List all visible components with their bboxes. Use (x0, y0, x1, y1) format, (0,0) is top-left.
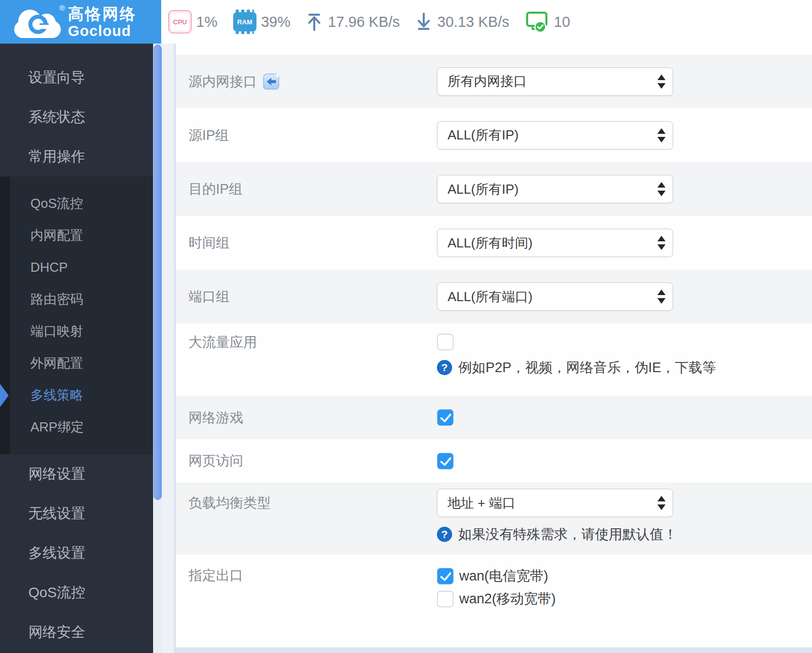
status-bar: CPU 1% RAM 39% 17.96 KB/s 30.13 KB/s 10 (161, 0, 581, 44)
designated-exit-option-1[interactable]: wan2(移动宽带) (437, 590, 556, 608)
select-arrows-icon (657, 289, 666, 304)
time-group-select[interactable]: ALL(所有时间) (437, 229, 673, 257)
online-count-value: 10 (554, 14, 570, 30)
content-gutter (162, 44, 176, 653)
designated-exit-option-0[interactable]: wan(电信宽带) (437, 567, 556, 585)
sidebar-item-top_items-0[interactable]: 设置向导 (0, 58, 153, 97)
port-group-select[interactable]: ALL(所有端口) (437, 282, 673, 311)
sidebar-item-top_items-2[interactable]: 常用操作 (0, 137, 153, 176)
upload-speed-value: 17.96 KB/s (328, 14, 400, 30)
web-access-label: 网页访问 (189, 452, 243, 470)
option-label: wan(电信宽带) (459, 567, 548, 585)
sidebar-subitem-4[interactable]: 端口映射 (10, 315, 153, 347)
src-lan-interface-label: 源内网接口 (189, 72, 257, 91)
sidebar-scrollbar-track[interactable] (153, 44, 162, 653)
brand-text: 高恪网络 Gocloud (68, 5, 137, 40)
select-arrows-icon (657, 496, 666, 510)
select-arrows-icon (657, 236, 666, 250)
sidebar-subitem-7[interactable]: ARP绑定 (10, 411, 153, 443)
form-row-designated-exit: 指定出口wan(电信宽带)wan2(移动宽带) (176, 555, 812, 647)
brand-title-en: Gocloud (68, 23, 137, 40)
cpu-usage-value: 1% (196, 14, 217, 30)
top-bar: ® 高恪网络 Gocloud CPU 1% RAM 39% 17.96 KB/s… (0, 0, 812, 44)
src-lan-interface-select[interactable]: 所有内网接口 (437, 67, 673, 96)
select-value: 地址 + 端口 (448, 494, 515, 512)
sidebar-subitem-2[interactable]: DHCP (10, 251, 153, 283)
select-value: 所有内网接口 (448, 72, 527, 90)
form-row-online-game: 网络游戏 (176, 396, 812, 439)
sidebar-item-top_items-1[interactable]: 系统状态 (0, 97, 153, 137)
load-balance-type-label: 负载均衡类型 (189, 489, 271, 517)
registered-mark: ® (59, 4, 65, 12)
web-access-checkbox-checked[interactable] (437, 453, 454, 469)
select-arrows-icon (657, 182, 666, 196)
heavy-traffic-app-checkbox-unchecked[interactable] (437, 334, 454, 350)
cpu-icon: CPU (168, 10, 192, 33)
dst-ip-group-select[interactable]: ALL(所有IP) (437, 175, 673, 203)
sidebar-subitem-label: 多线策略 (30, 386, 83, 404)
sidebar-subitem-label: 端口映射 (30, 322, 83, 340)
panel-bottom-edge (176, 647, 812, 653)
download-speed-value: 30.13 KB/s (437, 14, 509, 30)
designated-exit-option-0-checkbox-checked[interactable] (437, 568, 454, 585)
select-arrows-icon (657, 75, 666, 89)
sidebar-subitem-3[interactable]: 路由密码 (10, 283, 153, 315)
form-row-src-lan-interface: 源内网接口所有内网接口 (176, 55, 812, 108)
sidebar-subitem-label: QoS流控 (30, 195, 83, 212)
sidebar-scrollbar-thumb[interactable] (154, 45, 162, 500)
load-balance-type-help: ?如果没有特殊需求，请使用默认值！ (437, 525, 677, 543)
time-group-label: 时间组 (189, 234, 230, 252)
ram-usage-value: 39% (261, 14, 290, 30)
help-text: 例如P2P，视频，网络音乐，伪IE，下载等 (458, 358, 716, 377)
sidebar-subitem-label: DHCP (30, 260, 68, 275)
sidebar-item-bottom_items-1[interactable]: 无线设置 (0, 494, 153, 533)
policy-form: 源内网接口所有内网接口源IP组ALL(所有IP)目的IP组ALL(所有IP)时间… (176, 44, 812, 647)
sidebar-subitem-1[interactable]: 内网配置 (10, 220, 153, 251)
form-row-web-access: 网页访问 (176, 439, 812, 483)
sidebar-subitem-6-active[interactable]: 多线策略 (10, 379, 153, 411)
load-balance-type-select[interactable]: 地址 + 端口 (437, 489, 673, 517)
src-ip-group-select[interactable]: ALL(所有IP) (437, 121, 673, 150)
back-icon[interactable] (263, 74, 279, 90)
option-label: wan2(移动宽带) (459, 590, 556, 608)
sidebar-subitem-label: 外网配置 (30, 354, 83, 372)
active-item-arrow-icon (0, 384, 9, 407)
select-value: ALL(所有端口) (448, 288, 533, 306)
help-text: 如果没有特殊需求，请使用默认值！ (458, 525, 677, 543)
form-row-src-ip-group: 源IP组ALL(所有IP) (176, 108, 812, 162)
sidebar-item-bottom_items-0[interactable]: 网络设置 (0, 454, 153, 494)
brand-logo[interactable]: ® 高恪网络 Gocloud (0, 0, 161, 45)
select-value: ALL(所有IP) (448, 180, 519, 198)
online-game-checkbox-checked[interactable] (437, 409, 454, 426)
download-arrow-icon (416, 12, 432, 32)
select-value: ALL(所有时间) (448, 234, 533, 252)
help-icon: ? (437, 360, 452, 375)
port-group-label: 端口组 (189, 287, 230, 306)
sidebar-subitem-5[interactable]: 外网配置 (10, 347, 153, 379)
sidebar-subitem-0[interactable]: QoS流控 (10, 188, 153, 220)
designated-exit-options: wan(电信宽带)wan2(移动宽带) (437, 567, 556, 608)
sidebar-submenu: QoS流控内网配置DHCP路由密码端口映射外网配置多线策略ARP绑定 (0, 176, 153, 454)
sidebar-subitem-label: ARP绑定 (30, 418, 84, 436)
online-game-label: 网络游戏 (189, 409, 243, 427)
brand-title-cn: 高恪网络 (68, 5, 137, 23)
designated-exit-option-1-checkbox-unchecked[interactable] (437, 591, 454, 607)
form-row-dst-ip-group: 目的IP组ALL(所有IP) (176, 162, 812, 216)
sidebar-nav: 设置向导系统状态常用操作QoS流控内网配置DHCP路由密码端口映射外网配置多线策… (0, 44, 153, 653)
designated-exit-label: 指定出口 (189, 567, 243, 584)
form-row-port-group: 端口组ALL(所有端口) (176, 270, 812, 323)
form-row-load-balance-type: 负载均衡类型地址 + 端口?如果没有特殊需求，请使用默认值！ (176, 483, 812, 555)
src-ip-group-label: 源IP组 (189, 126, 229, 144)
sidebar-item-bottom_items-4[interactable]: 网络安全 (0, 612, 153, 652)
sidebar-subitem-label: 内网配置 (30, 227, 83, 244)
ram-icon: RAM (233, 12, 256, 31)
cloud-logo-icon: ® (13, 6, 64, 39)
upload-arrow-icon (306, 12, 322, 32)
online-devices-icon (525, 11, 548, 33)
select-value: ALL(所有IP) (448, 126, 519, 144)
select-arrows-icon (657, 128, 666, 142)
sidebar-item-bottom_items-2[interactable]: 多线设置 (0, 533, 153, 573)
dst-ip-group-label: 目的IP组 (189, 180, 243, 198)
form-row-heavy-traffic-app: 大流量应用?例如P2P，视频，网络音乐，伪IE，下载等 (176, 323, 812, 396)
sidebar-item-bottom_items-3[interactable]: QoS流控 (0, 573, 153, 612)
